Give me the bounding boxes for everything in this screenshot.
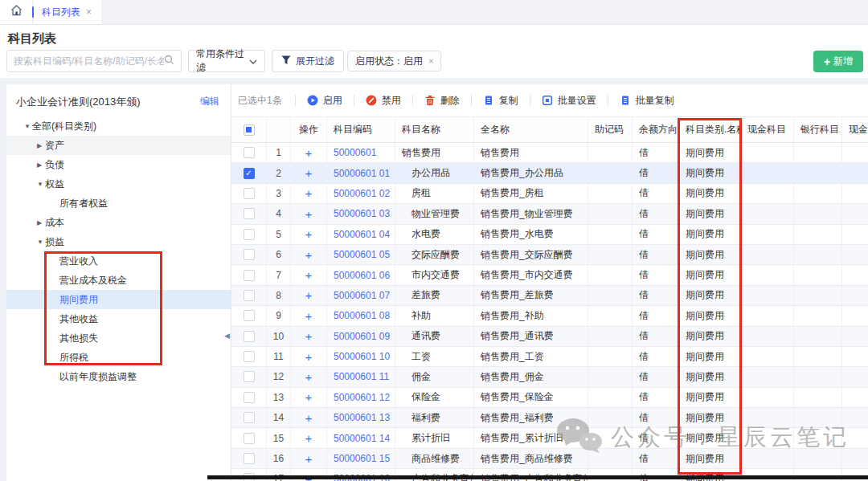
subject-code-link[interactable]: 50000601 01	[334, 168, 390, 179]
add-child-button[interactable]: +	[305, 391, 313, 403]
tree-item[interactable]: ▶成本	[6, 213, 231, 232]
expand-filter-button[interactable]: 展开过滤	[272, 50, 344, 72]
subject-code-link[interactable]: 50000601 08	[334, 310, 390, 321]
add-child-button[interactable]: +	[305, 371, 313, 383]
enable-button[interactable]: 启用	[307, 94, 342, 108]
row-checkbox[interactable]	[244, 433, 255, 444]
row-checkbox[interactable]	[244, 351, 255, 362]
caret-right-icon[interactable]: ▶	[37, 161, 45, 169]
tab-subject-list[interactable]: 科目列表 ×	[34, 0, 101, 24]
add-child-button[interactable]: +	[305, 228, 313, 240]
tree-item[interactable]: ▶资产	[6, 136, 231, 155]
row-checkbox[interactable]: ✓	[244, 168, 255, 179]
row-checkbox[interactable]	[244, 412, 255, 423]
tree-item[interactable]: 所有者权益	[6, 194, 231, 213]
row-checkbox-cell	[231, 184, 267, 203]
add-child-button[interactable]: +	[305, 289, 313, 301]
add-child-button[interactable]: +	[305, 187, 313, 199]
add-child-button[interactable]: +	[305, 249, 313, 261]
add-child-button[interactable]: +	[305, 351, 313, 363]
caret-down-icon[interactable]: ▼	[24, 123, 32, 130]
column-header: 现金等	[842, 117, 868, 142]
row-checkbox[interactable]	[244, 188, 255, 199]
table-toolbar: 已选中1条 启用禁用删除复制批量设置批量复制	[231, 84, 868, 116]
tree-item[interactable]: 其他收益	[6, 309, 231, 328]
add-button[interactable]: + 新增	[813, 51, 863, 72]
row-checkbox[interactable]	[244, 290, 255, 301]
add-child-button[interactable]: +	[305, 432, 313, 444]
add-child-button[interactable]: +	[305, 412, 313, 424]
subject-code-link[interactable]: 50000601 09	[334, 331, 390, 342]
caret-right-icon[interactable]: ▶	[37, 219, 45, 226]
row-checkbox[interactable]	[244, 453, 255, 464]
subject-name-cell: 补助	[395, 306, 474, 325]
caret-down-icon[interactable]: ▼	[37, 181, 45, 188]
row-checkbox[interactable]	[244, 310, 255, 321]
disable-button[interactable]: 禁用	[366, 94, 401, 108]
tree-item[interactable]: ▼全部(科目类别)	[6, 116, 231, 136]
subject-code-link[interactable]: 50000601 13	[334, 412, 390, 423]
bottom-scrollbar[interactable]	[207, 475, 868, 479]
category-name-cell: 期间费用	[679, 428, 741, 447]
tree-item[interactable]: 以前年度损益调整	[6, 367, 231, 386]
search-input[interactable]	[14, 55, 164, 67]
subject-code-link[interactable]: 50000601 02	[334, 188, 390, 199]
tree-item[interactable]: ▶负债	[6, 155, 231, 174]
tree-item[interactable]: 营业成本及税金	[6, 271, 231, 290]
caret-right-icon[interactable]: ▶	[37, 142, 45, 149]
copy-button[interactable]: 复制	[483, 94, 518, 108]
cash-equivalent-cell	[842, 286, 868, 305]
batch-copy-button[interactable]: 批量复制	[620, 94, 674, 108]
add-child-button[interactable]: +	[305, 167, 313, 179]
caret-down-icon[interactable]: ▼	[37, 238, 45, 246]
row-number: 5	[267, 225, 291, 244]
subject-code-link[interactable]: 50000601 11	[334, 371, 389, 382]
subject-code-link[interactable]: 50000601 05	[334, 249, 390, 260]
add-child-button[interactable]: +	[305, 453, 313, 465]
tag-close-icon[interactable]: ×	[428, 56, 433, 66]
row-checkbox[interactable]	[244, 331, 255, 342]
subject-code-link[interactable]: 50000601 04	[334, 229, 390, 240]
tree-item[interactable]: 期间费用	[6, 290, 231, 309]
toolbar-divider	[471, 95, 472, 106]
preset-filter-dropdown[interactable]: 常用条件过滤	[188, 50, 265, 72]
add-child-button[interactable]: +	[305, 208, 313, 220]
add-child-button[interactable]: +	[305, 310, 313, 322]
row-checkbox[interactable]	[244, 270, 255, 281]
subject-code-link[interactable]: 50000601	[334, 147, 376, 158]
add-child-button[interactable]: +	[305, 147, 313, 159]
subject-code-cell: 50000601 03	[327, 204, 395, 223]
tree-item[interactable]: 营业收入	[6, 251, 231, 271]
subject-code-link[interactable]: 50000601 14	[334, 433, 390, 444]
home-button[interactable]	[0, 0, 32, 24]
edit-link[interactable]: 编辑	[200, 95, 219, 108]
tree-item[interactable]: ▼损益	[6, 232, 231, 251]
tree-item[interactable]: ▼权益	[6, 174, 231, 194]
subject-code-link[interactable]: 50000601 03	[334, 208, 390, 219]
subject-code-cell: 50000601 11	[327, 367, 395, 386]
subject-code-link[interactable]: 50000601 15	[334, 453, 390, 464]
collapse-left-icon[interactable]: ◀	[224, 332, 230, 340]
add-child-button[interactable]: +	[305, 269, 313, 281]
batch-settings-button[interactable]: 批量设置	[542, 94, 596, 108]
tree-item[interactable]: 所得税	[6, 348, 231, 367]
delete-button[interactable]: 删除	[424, 94, 460, 108]
subject-code-link[interactable]: 50000601 06	[334, 270, 390, 281]
subject-code-link[interactable]: 50000601 10	[334, 351, 390, 362]
row-checkbox[interactable]	[244, 208, 255, 219]
tree-item[interactable]: 其他损失	[6, 328, 231, 348]
select-all-checkbox[interactable]	[244, 124, 255, 136]
search-icon[interactable]	[164, 54, 174, 68]
row-checkbox[interactable]	[244, 147, 255, 158]
tab-close-icon[interactable]: ×	[86, 6, 92, 18]
row-number: 1	[267, 143, 291, 162]
add-child-button[interactable]: +	[305, 330, 313, 342]
row-checkbox[interactable]	[244, 249, 255, 260]
subject-code-link[interactable]: 50000601 12	[334, 392, 390, 403]
subject-code-link[interactable]: 50000601 07	[334, 290, 390, 301]
row-checkbox[interactable]	[244, 229, 255, 240]
bank-subject-cell	[794, 225, 842, 244]
row-checkbox[interactable]	[244, 371, 255, 382]
row-checkbox[interactable]	[244, 392, 255, 403]
tab-bar: 科目列表 ×	[0, 0, 868, 25]
